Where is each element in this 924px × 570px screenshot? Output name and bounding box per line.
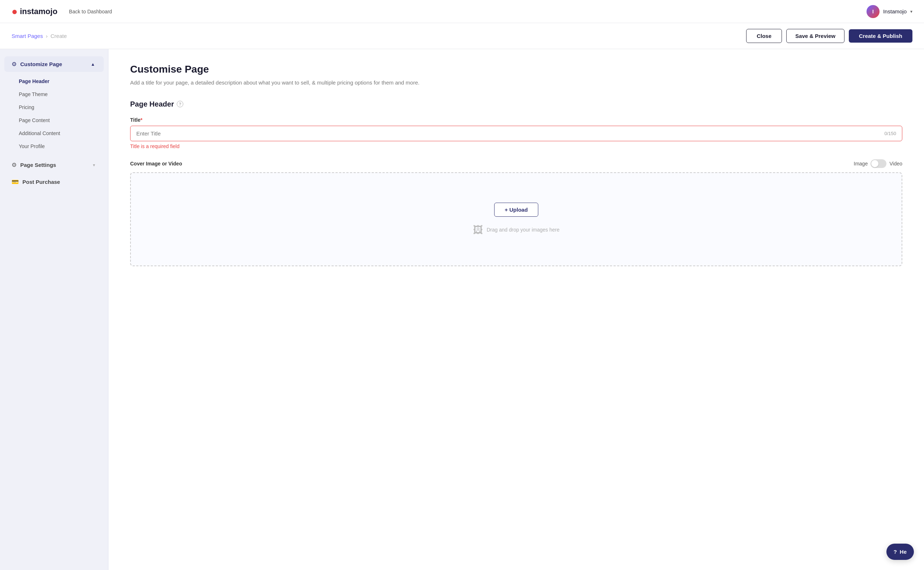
upload-button[interactable]: + Upload — [494, 203, 538, 217]
customize-page-header[interactable]: ⚙ Customize Page ▲ — [4, 56, 104, 72]
create-publish-button[interactable]: Create & Publish — [849, 29, 912, 43]
breadcrumb-smart-pages[interactable]: Smart Pages — [12, 33, 43, 39]
drag-drop-label: Drag and drop your images here — [487, 227, 560, 233]
main-content: Customise Page Add a title for your page… — [108, 49, 924, 570]
section-title-text: Page Header — [130, 100, 174, 108]
title-input-wrapper: 0/150 — [130, 126, 902, 141]
post-purchase-label: Post Purchase — [22, 179, 60, 185]
sidebar-item-pricing[interactable]: Pricing — [19, 101, 108, 114]
top-navigation: ● instamojo Back to Dashboard I Instamoj… — [0, 0, 924, 23]
customize-page-section: ⚙ Customize Page ▲ Page Header Page Them… — [0, 54, 108, 156]
gear-icon: ⚙ — [12, 161, 17, 169]
page-header-section-title: Page Header ? — [130, 100, 902, 108]
avatar-initials: I — [872, 9, 874, 14]
breadcrumb-separator: › — [46, 33, 48, 39]
page-settings-label: Page Settings — [20, 162, 56, 168]
image-video-toggle-switch[interactable] — [870, 159, 886, 168]
save-preview-button[interactable]: Save & Preview — [786, 29, 844, 43]
main-layout: ⚙ Customize Page ▲ Page Header Page Them… — [0, 49, 924, 570]
image-placeholder-icon: 🖼 — [473, 224, 483, 236]
title-input[interactable] — [136, 130, 881, 136]
header-actions: Close Save & Preview Create & Publish — [746, 29, 912, 43]
breadcrumb-current: Create — [51, 33, 67, 39]
topnav-right: I Instamojo ▾ — [867, 5, 912, 18]
logo-dot: ● — [12, 6, 18, 17]
help-circle-icon: ? — [894, 549, 897, 555]
sidebar-item-page-header[interactable]: Page Header — [19, 75, 108, 88]
logo: ● instamojo — [12, 6, 57, 17]
post-purchase-item[interactable]: 💳 Post Purchase — [4, 174, 104, 190]
help-icon[interactable]: ? — [177, 101, 183, 107]
video-option-label: Video — [889, 161, 902, 167]
sliders-icon: ⚙ — [12, 61, 17, 67]
breadcrumb: Smart Pages › Create — [12, 33, 67, 39]
sidebar-item-page-content[interactable]: Page Content — [19, 114, 108, 127]
drag-drop-hint: 🖼 Drag and drop your images here — [473, 224, 560, 236]
header-bar: Smart Pages › Create Close Save & Previe… — [0, 23, 924, 49]
image-option-label: Image — [854, 161, 868, 167]
title-field-label: Title* — [130, 117, 902, 123]
customize-page-header-left: ⚙ Customize Page — [12, 61, 62, 67]
credit-card-icon: 💳 — [12, 178, 19, 185]
topnav-left: ● instamojo Back to Dashboard — [12, 6, 112, 17]
sidebar-items-list: Page Header Page Theme Pricing Page Cont… — [0, 74, 108, 154]
sidebar-item-additional-content[interactable]: Additional Content — [19, 127, 108, 140]
image-video-toggle: Image Video — [854, 159, 902, 168]
page-settings-chevron-icon: ▾ — [93, 162, 95, 168]
logo-text: instamojo — [20, 7, 57, 16]
cover-image-label: Cover Image or Video — [130, 161, 182, 167]
title-error: Title is a required field — [130, 143, 902, 149]
page-subtitle: Add a title for your page, a detailed de… — [130, 79, 902, 87]
sidebar: ⚙ Customize Page ▲ Page Header Page Them… — [0, 49, 108, 570]
char-count: 0/150 — [884, 131, 896, 136]
customize-page-chevron-icon: ▲ — [91, 62, 95, 67]
page-settings-section[interactable]: ⚙ Page Settings ▾ — [4, 157, 104, 173]
help-bubble[interactable]: ? He — [886, 544, 914, 560]
upload-area: + Upload 🖼 Drag and drop your images her… — [130, 172, 902, 266]
sidebar-item-your-profile[interactable]: Your Profile — [19, 140, 108, 153]
sidebar-item-page-theme[interactable]: Page Theme — [19, 88, 108, 101]
page-title: Customise Page — [130, 64, 902, 75]
user-menu-chevron-icon[interactable]: ▾ — [910, 9, 912, 14]
back-to-dashboard-link[interactable]: Back to Dashboard — [69, 9, 112, 14]
help-label: He — [900, 549, 907, 555]
required-star: * — [141, 117, 143, 123]
avatar: I — [867, 5, 879, 18]
close-button[interactable]: Close — [746, 29, 782, 43]
toggle-knob — [871, 160, 878, 167]
cover-image-row: Cover Image or Video Image Video — [130, 159, 902, 168]
customize-page-label: Customize Page — [20, 61, 62, 67]
user-name: Instamojo — [883, 8, 907, 14]
